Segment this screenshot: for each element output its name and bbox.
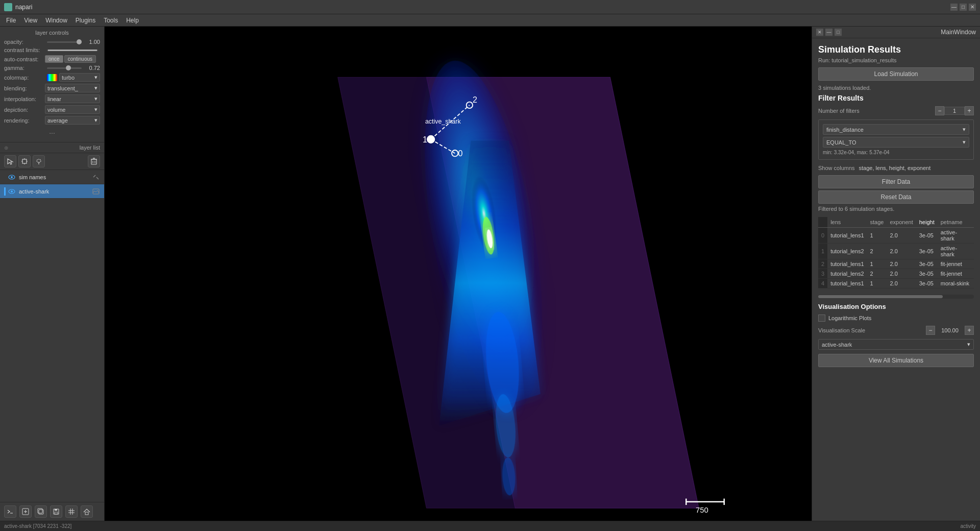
- log-plots-checkbox[interactable]: [818, 315, 825, 322]
- svg-rect-25: [38, 509, 42, 513]
- terminal-button[interactable]: [4, 505, 16, 518]
- col-petname[interactable]: petname: [938, 217, 974, 228]
- row-index: 0: [818, 228, 827, 244]
- maximize-button[interactable]: □: [960, 4, 967, 11]
- reset-data-button[interactable]: Reset Data: [818, 190, 974, 204]
- menu-plugins[interactable]: Plugins: [71, 16, 100, 25]
- cell-stage: 2: [867, 244, 887, 259]
- panel-close-button[interactable]: ✕: [816, 29, 823, 36]
- cell-height: 3e-05: [916, 269, 938, 279]
- status-right: activity: [960, 523, 976, 529]
- rendering-select[interactable]: average ▾: [45, 116, 100, 125]
- menu-file[interactable]: File: [2, 16, 20, 25]
- contrast-limits-slider[interactable]: [47, 50, 98, 51]
- gamma-slider[interactable]: [47, 67, 82, 69]
- interpolation-row: interpolation: linear ▾: [4, 94, 100, 103]
- cell-exponent: 2.0: [887, 279, 916, 288]
- select-tool-button[interactable]: [4, 155, 16, 167]
- left-panel: layer controls opacity: 1.00 contrast li…: [0, 27, 105, 521]
- opacity-slider[interactable]: [47, 41, 82, 43]
- save-button[interactable]: [50, 505, 62, 518]
- filter-field-select[interactable]: finish_distance ▾: [823, 124, 969, 135]
- colormap-row: colormap: turbo ▾: [4, 73, 100, 82]
- col-index[interactable]: [818, 217, 827, 228]
- svg-text:0: 0: [458, 149, 463, 158]
- simulation-data-table: lens stage exponent height petname 0 tut…: [818, 217, 974, 288]
- cell-petname: fit-jennet: [938, 259, 974, 269]
- col-lens[interactable]: lens: [827, 217, 867, 228]
- grid-button[interactable]: [65, 505, 78, 518]
- lasso-tool-button[interactable]: [33, 155, 45, 167]
- menu-help[interactable]: Help: [122, 16, 143, 25]
- expand-controls-button[interactable]: ···: [4, 127, 100, 139]
- view-all-simulations-button[interactable]: View All Simulations: [818, 354, 974, 367]
- interpolation-select[interactable]: linear ▾: [45, 94, 100, 103]
- layer-toolbar: [0, 153, 104, 170]
- panel-expand-button[interactable]: □: [835, 29, 842, 36]
- svg-text:2: 2: [473, 95, 477, 104]
- layer-item-active-shark[interactable]: active-shark: [0, 184, 104, 199]
- minimize-button[interactable]: —: [950, 4, 958, 11]
- filter-operator-select[interactable]: EQUAL_TO ▾: [823, 137, 969, 148]
- right-panel-title: MainWindow: [842, 29, 976, 36]
- duplicate-button[interactable]: [35, 505, 47, 518]
- data-table-container[interactable]: lens stage exponent height petname 0 tut…: [818, 217, 974, 293]
- close-button[interactable]: ✕: [969, 4, 976, 11]
- cell-petname: moral-skink: [938, 279, 974, 288]
- once-button[interactable]: once: [45, 55, 63, 63]
- menu-tools[interactable]: Tools: [100, 16, 122, 25]
- home-button[interactable]: [81, 505, 93, 518]
- delete-layer-button[interactable]: [88, 155, 100, 167]
- decrease-filters-button[interactable]: −: [935, 106, 944, 115]
- svg-line-15: [93, 175, 95, 177]
- continuous-button[interactable]: continuous: [64, 55, 96, 63]
- cell-lens: tutorial_lens1: [827, 259, 867, 269]
- layer-list-collapse[interactable]: ⊕: [4, 145, 8, 151]
- colormap-swatch: [47, 74, 57, 81]
- col-exponent[interactable]: exponent: [887, 217, 916, 228]
- visibility-toggle-active[interactable]: [8, 187, 16, 196]
- load-simulation-button[interactable]: Load Simulation: [818, 67, 974, 81]
- col-stage[interactable]: stage: [867, 217, 887, 228]
- show-columns-row: Show columns stage, lens, height, expone…: [818, 165, 974, 171]
- increase-scale-button[interactable]: +: [965, 326, 974, 335]
- visibility-toggle[interactable]: [8, 173, 16, 181]
- depiction-select[interactable]: volume ▾: [45, 105, 100, 114]
- table-row[interactable]: 4 tutorial_lens1 1 2.0 3e-05 moral-skink: [818, 279, 974, 288]
- gamma-value: 0.72: [84, 65, 100, 71]
- layer-list-section: ⊕ layer list: [0, 142, 104, 521]
- layer-list: sim names active-shark: [0, 170, 104, 502]
- new-layer-button[interactable]: [19, 505, 32, 518]
- app-icon: [4, 3, 12, 11]
- decrease-scale-button[interactable]: −: [926, 326, 935, 335]
- col-height[interactable]: height: [916, 217, 938, 228]
- filter-data-button[interactable]: Filter Data: [818, 175, 974, 188]
- row-index: 3: [818, 269, 827, 279]
- table-horizontal-scrollbar[interactable]: [818, 295, 974, 299]
- layer-item-sim-names[interactable]: sim names: [0, 170, 104, 184]
- menu-window[interactable]: Window: [41, 16, 71, 25]
- show-columns-value: stage, lens, height, exponent: [859, 165, 931, 171]
- title-bar: napari — □ ✕: [0, 0, 980, 14]
- table-row[interactable]: 3 tutorial_lens2 2 2.0 3e-05 fit-jennet: [818, 269, 974, 279]
- cell-height: 3e-05: [916, 244, 938, 259]
- pan-tool-button[interactable]: [18, 155, 31, 167]
- table-row[interactable]: 0 tutorial_lens1 1 2.0 3e-05 active-shar…: [818, 228, 974, 244]
- canvas-area[interactable]: 2 1 0 active_shark 750: [105, 27, 812, 521]
- increase-filters-button[interactable]: +: [965, 106, 974, 115]
- visualization-canvas: 2 1 0 active_shark 750: [105, 27, 812, 521]
- cell-lens: tutorial_lens1: [827, 279, 867, 288]
- table-row[interactable]: 1 tutorial_lens2 2 2.0 3e-05 active-shar…: [818, 244, 974, 259]
- active-shark-dropdown[interactable]: active-shark ▾: [818, 339, 974, 350]
- layer-indicator-selected: [4, 187, 6, 196]
- cell-petname: active-shark: [938, 228, 974, 244]
- colormap-select[interactable]: turbo ▾: [59, 73, 100, 82]
- table-row[interactable]: 2 tutorial_lens1 1 2.0 3e-05 fit-jennet: [818, 259, 974, 269]
- blending-select[interactable]: translucent_ ▾: [45, 84, 100, 92]
- cell-exponent: 2.0: [887, 259, 916, 269]
- right-panel-content[interactable]: Simulation Results Run: tutorial_simulat…: [812, 38, 980, 521]
- cell-height: 3e-05: [916, 279, 938, 288]
- menu-view[interactable]: View: [20, 16, 41, 25]
- panel-minimize-button[interactable]: —: [825, 29, 832, 36]
- cell-lens: tutorial_lens2: [827, 244, 867, 259]
